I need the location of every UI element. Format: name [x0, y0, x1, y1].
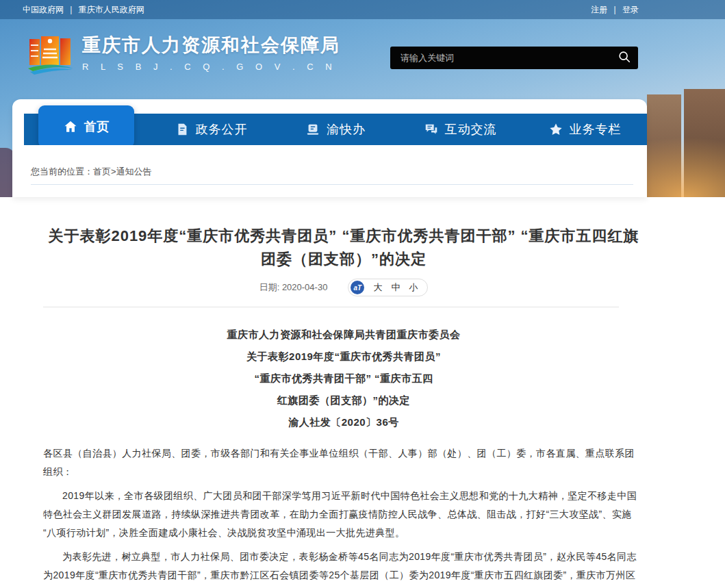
breadcrumb-current-link[interactable]: 通知公告: [116, 166, 152, 177]
top-utility-bar: 中国政府网 | 重庆市人民政府网 注册 | 登录: [0, 0, 725, 19]
search-box: [390, 47, 638, 69]
doc-heading-line: “重庆市优秀共青团干部” “重庆市五四: [43, 368, 644, 389]
font-size-icon: aT: [351, 281, 364, 294]
document-headings: 重庆市人力资源和社会保障局共青团重庆市委员会 关于表彰2019年度“重庆市优秀共…: [43, 324, 644, 433]
breadcrumb-home-link[interactable]: 首页: [93, 166, 111, 177]
paragraph-salutation: 各区县（自治县）人力社保局、团委，市级各部门和有关企事业单位组织（干部、人事）部…: [43, 444, 644, 481]
breadcrumb: 您当前的位置：首页>通知公告: [31, 166, 152, 178]
article-title: 关于表彰2019年度“重庆市优秀共青团员” “重庆市优秀共青团干部” “重庆市五…: [43, 197, 644, 271]
document-icon: [175, 122, 190, 137]
doc-heading-line: 渝人社发〔2020〕36号: [43, 411, 644, 433]
publish-date: 日期: 2020-04-30: [259, 281, 328, 294]
chat-bubbles-icon: [424, 122, 439, 137]
nav-tab-yukuaiban[interactable]: 渝快办: [273, 114, 398, 145]
gov-links: 中国政府网 | 重庆市人民政府网: [23, 0, 144, 19]
nav-tab-zhengwugongkai[interactable]: 政务公开: [149, 114, 273, 145]
font-size-control: aT 大 中 小: [348, 279, 428, 296]
link-china-gov[interactable]: 中国政府网: [23, 5, 64, 14]
site-brand: 重庆市人力资源和社会保障局 R L S B J . C Q . G O V . …: [27, 33, 340, 79]
paragraph-body: 2019年以来，全市各级团组织、广大团员和团干部深学笃用习近平新时代中国特色社会…: [43, 487, 644, 542]
doc-heading-line: 关于表彰2019年度“重庆市优秀共青团员”: [43, 346, 644, 368]
search-input[interactable]: [390, 53, 611, 63]
main-navigation: 首页 政务公开: [24, 114, 647, 145]
article-body: 各区县（自治县）人力社保局、团委，市级各部门和有关企事业单位组织（干部、人事）部…: [43, 444, 644, 588]
register-link[interactable]: 注册: [591, 5, 607, 14]
link-chongqing-gov[interactable]: 重庆市人民政府网: [79, 5, 144, 14]
doc-heading-line: 重庆市人力资源和社会保障局共青团重庆市委员会: [43, 324, 644, 346]
nav-tab-label: 政务公开: [196, 121, 248, 138]
breadcrumb-separator: >: [111, 166, 116, 177]
nav-tab-home[interactable]: 首页: [24, 114, 149, 145]
date-value: 2020-04-30: [282, 282, 328, 292]
article-meta: 日期: 2020-04-30 aT 大 中 小: [43, 278, 644, 297]
account-links: 注册 | 登录: [591, 0, 639, 19]
meta-divider: [43, 307, 619, 307]
login-link[interactable]: 登录: [622, 5, 639, 14]
content-card: 首页 政务公开: [12, 99, 647, 197]
separator: |: [614, 5, 616, 14]
font-size-small-button[interactable]: 小: [409, 281, 418, 294]
search-button[interactable]: [611, 47, 638, 69]
page: 中国政府网 | 重庆市人民政府网 注册 | 登录: [0, 0, 725, 588]
home-icon: [63, 119, 78, 134]
service-terminal-icon: [305, 122, 320, 137]
paragraph-body: 为表彰先进，树立典型，市人力社保局、团市委决定，表彰杨金桥等45名同志为2019…: [43, 548, 644, 588]
doc-heading-line: 红旗团委（团支部）”的决定: [43, 389, 644, 411]
breadcrumb-underline: [31, 184, 633, 185]
star-icon: [548, 122, 563, 137]
nav-tab-hudongjiaoliu[interactable]: 互动交流: [398, 114, 522, 145]
cq-hrss-logo-icon: [27, 33, 74, 79]
separator: |: [70, 5, 72, 14]
site-domain: R L S B J . C Q . G O V . C N: [82, 62, 340, 72]
breadcrumb-prefix: 您当前的位置：: [31, 166, 93, 177]
nav-tab-label: 业务专栏: [570, 121, 622, 138]
site-title: 重庆市人力资源和社会保障局: [82, 33, 340, 57]
nav-tab-label: 渝快办: [327, 121, 366, 138]
active-tab-pill: 首页: [38, 105, 134, 148]
magnifier-icon: [618, 50, 631, 66]
breadcrumb-bar: 您当前的位置：首页>通知公告: [12, 145, 647, 197]
article-section: 关于表彰2019年度“重庆市优秀共青团员” “重庆市优秀共青团干部” “重庆市五…: [0, 197, 725, 588]
nav-tab-yewuzhuanlan[interactable]: 业务专栏: [522, 114, 647, 145]
font-size-medium-button[interactable]: 中: [391, 281, 400, 294]
font-size-large-button[interactable]: 大: [373, 281, 382, 294]
date-label: 日期:: [259, 282, 280, 292]
nav-tab-label: 互动交流: [445, 121, 497, 138]
nav-tab-label: 首页: [84, 118, 110, 135]
